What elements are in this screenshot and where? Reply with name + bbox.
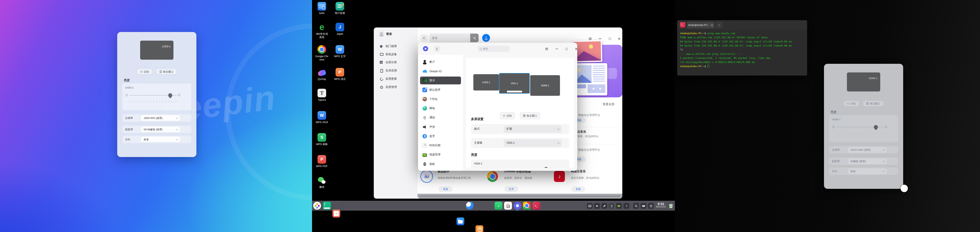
new-tab-button[interactable]: + bbox=[716, 22, 722, 29]
screenshot-icon[interactable] bbox=[601, 203, 607, 209]
sidebar-item-updates[interactable]: 应用更新 bbox=[374, 75, 417, 82]
tray-expand-icon[interactable] bbox=[624, 203, 629, 209]
brightness-slider[interactable] bbox=[837, 127, 884, 127]
browser-icon[interactable] bbox=[466, 202, 474, 210]
gather-windows-button[interactable]: 集合窗口 bbox=[156, 69, 177, 74]
brightness-slider-thumb[interactable] bbox=[168, 93, 172, 98]
desktop-icon-chrome[interactable]: Google Chrome bbox=[313, 45, 331, 61]
volume-icon[interactable] bbox=[594, 203, 600, 209]
app-store-icon[interactable] bbox=[476, 225, 483, 232]
desktop-icon-feedback[interactable]: 用户反馈 bbox=[331, 2, 348, 15]
sidebar-item-accounts[interactable]: 帐户 bbox=[420, 58, 461, 66]
desktop-icon-360browser[interactable]: e360安全浏览器 bbox=[313, 23, 331, 39]
install-button[interactable]: 安装 bbox=[571, 186, 585, 192]
monitor-rect-vga1-selected[interactable]: VGA-1 bbox=[499, 73, 530, 94]
terminal-output[interactable]: zhubo@zhubo-PC:~$ ping www.baidu.comPING… bbox=[680, 31, 805, 68]
sidebar-item-essentials[interactable]: 装机必备 bbox=[374, 51, 417, 58]
hamburger-icon bbox=[589, 38, 592, 40]
chrome-icon[interactable] bbox=[523, 202, 531, 210]
sidebar-item-android[interactable]: 安卓应用 bbox=[374, 67, 417, 74]
brightness-slider[interactable] bbox=[130, 95, 177, 96]
onscreen-keyboard-icon[interactable] bbox=[641, 203, 646, 209]
app-store-login[interactable]: 登录 bbox=[379, 31, 392, 37]
brightness-slider-thumb[interactable] bbox=[874, 125, 878, 129]
file-manager-icon[interactable] bbox=[457, 218, 465, 225]
mode-row: 模式 扩展 bbox=[471, 124, 570, 134]
keyboard-layout-icon[interactable] bbox=[587, 203, 593, 209]
sidebar-item-hot[interactable]: 热门推荐 bbox=[374, 43, 417, 50]
tab-close-icon[interactable]: × bbox=[711, 24, 713, 27]
multitasking-view-icon[interactable] bbox=[323, 202, 331, 210]
shutdown-icon[interactable] bbox=[648, 203, 654, 209]
identify-button[interactable]: 识别 bbox=[137, 69, 152, 74]
search-icon[interactable] bbox=[633, 203, 639, 209]
sidebar-item-notifications[interactable]: 通知 bbox=[420, 114, 461, 122]
close-button[interactable] bbox=[573, 46, 579, 51]
sidebar-item-sound[interactable]: 声音 bbox=[420, 123, 461, 131]
music-icon[interactable]: ♪ bbox=[495, 202, 502, 210]
search-input[interactable] bbox=[429, 34, 470, 42]
identify-button[interactable]: 识别 bbox=[500, 112, 515, 119]
monitor-rect-lvds1[interactable]: LVDS-1 bbox=[473, 74, 499, 91]
bluetooth-icon[interactable] bbox=[609, 203, 614, 209]
search-icon bbox=[480, 48, 481, 50]
sidebar-item-manage[interactable]: 应用管理 bbox=[374, 83, 417, 90]
back-button[interactable] bbox=[434, 46, 440, 52]
desktop-icon-qv2ray[interactable]: Qv2ray bbox=[313, 68, 331, 81]
desktop-icon-wps-pdf[interactable]: PWPS PDF bbox=[313, 155, 331, 168]
clock[interactable]: 9:522021/12/13 bbox=[655, 202, 667, 208]
maximize-button[interactable] bbox=[564, 46, 569, 51]
battery-icon[interactable] bbox=[616, 203, 622, 209]
desktop-icon-wps2019[interactable]: WWPS 2019 bbox=[313, 111, 331, 124]
primary-screen-select[interactable]: VGA-1 bbox=[504, 139, 562, 147]
open-button[interactable]: 打开 bbox=[504, 186, 518, 192]
sidebar-item-personalization[interactable]: 个性化 bbox=[420, 95, 461, 103]
desktop-icon-wps-sheets[interactable]: SWPS 表格 bbox=[313, 133, 331, 146]
desktop-icon-wechat[interactable]: 微信 bbox=[313, 176, 331, 189]
minimize-button[interactable] bbox=[554, 46, 559, 51]
back-button[interactable] bbox=[421, 35, 428, 41]
sidebar-item-mouse[interactable]: 鼠标 bbox=[420, 160, 461, 168]
resolution-select[interactable]: 1920×1080 (推荐) bbox=[848, 147, 887, 153]
desktop-icon-tools[interactable]: tools bbox=[313, 2, 331, 15]
brightness-slider-thumb[interactable] bbox=[544, 167, 548, 168]
desktop-icon-typora[interactable]: TTypora bbox=[313, 89, 331, 102]
terminal-icon[interactable]: >_ bbox=[533, 202, 540, 210]
calendar-icon[interactable]: DEC13 bbox=[504, 202, 512, 210]
resolution-select[interactable]: 1600×900 (推荐) bbox=[141, 115, 180, 121]
gather-windows-button[interactable]: 集合窗口 bbox=[520, 112, 540, 119]
search-input[interactable] bbox=[483, 47, 504, 50]
view-all-link[interactable]: 查看全部 bbox=[603, 102, 614, 106]
sidebar-item-power[interactable]: 电源管理 bbox=[420, 151, 461, 158]
desktop-icon-joplin[interactable]: JJoplin bbox=[331, 23, 348, 36]
mode-select[interactable]: 扩展 bbox=[504, 125, 562, 133]
refresh-rate-select[interactable]: 60赫兹 (推荐) bbox=[848, 158, 887, 164]
launcher-icon[interactable] bbox=[313, 202, 321, 210]
terminal-tab[interactable]: zhubo@zhubo-PC:~× bbox=[687, 22, 714, 29]
sidebar-item-display[interactable]: 显示 bbox=[420, 77, 461, 85]
sidebar-item-categories[interactable]: 全部分类 bbox=[374, 59, 417, 66]
sidebar-item-deepin-id[interactable]: Deepin ID bbox=[420, 67, 461, 75]
search-button[interactable] bbox=[470, 34, 479, 42]
trash-icon[interactable] bbox=[668, 203, 674, 210]
install-button[interactable]: 安装 bbox=[439, 186, 452, 192]
downloads-button[interactable] bbox=[482, 34, 490, 42]
identify-button[interactable]: 识别 bbox=[844, 101, 859, 106]
control-center-icon[interactable] bbox=[514, 202, 521, 210]
monitor-rect-hdmi1[interactable]: HDMI-1 bbox=[530, 75, 560, 96]
menu-button[interactable] bbox=[544, 46, 549, 51]
refresh-rate-select[interactable]: 59.98赫兹 (推荐) bbox=[141, 126, 180, 132]
sidebar-item-network[interactable]: 网络 bbox=[420, 104, 461, 112]
sidebar-item-default-apps[interactable]: 默认程序 bbox=[420, 86, 461, 94]
rotation-select[interactable]: 标准 bbox=[848, 168, 887, 174]
close-button[interactable] bbox=[616, 36, 622, 41]
sidebar-item-datetime[interactable]: 时间日期 bbox=[420, 141, 461, 149]
desktop-icon-wps-presentation[interactable]: PWPS 演示 bbox=[331, 68, 348, 81]
gather-windows-button[interactable]: 集合窗口 bbox=[863, 101, 883, 106]
wps-writer-icon: W bbox=[336, 45, 344, 54]
sidebar-item-bluetooth[interactable]: 蓝牙 bbox=[420, 132, 461, 140]
maximize-button[interactable] bbox=[607, 36, 612, 41]
window-overview-icon[interactable] bbox=[332, 210, 340, 218]
desktop-icon-wps-writer[interactable]: WWPS 文字 bbox=[331, 45, 348, 58]
rotation-select[interactable]: 标准 bbox=[141, 137, 180, 142]
